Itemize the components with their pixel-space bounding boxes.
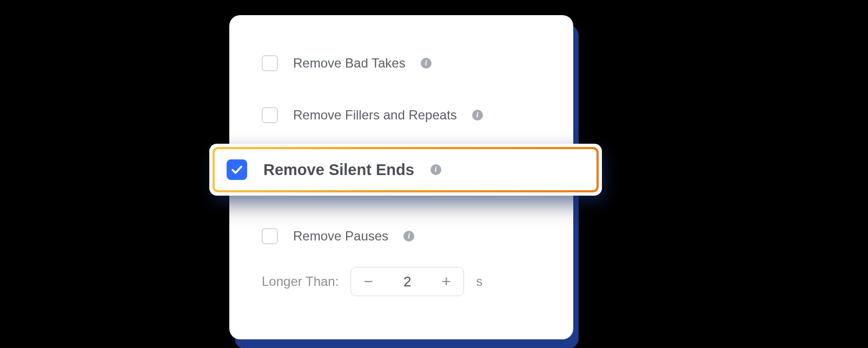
stage: Remove Bad Takes i Remove Fillers and Re… xyxy=(0,0,868,348)
option-label: Remove Fillers and Repeats xyxy=(293,108,457,123)
stepper-increment[interactable]: + xyxy=(429,267,463,296)
longer-than-row: Longer Than: − 2 + s xyxy=(229,267,573,296)
option-label: Remove Bad Takes xyxy=(293,56,406,71)
check-icon xyxy=(230,163,243,176)
option-remove-silent-ends-highlight: Remove Silent Ends i xyxy=(209,144,602,196)
info-icon[interactable]: i xyxy=(430,164,441,175)
stepper-label: Longer Than: xyxy=(262,274,339,289)
checkbox-bad-takes[interactable] xyxy=(262,55,278,71)
info-icon[interactable]: i xyxy=(403,231,414,242)
stepper-decrement[interactable]: − xyxy=(351,267,386,296)
checkbox-pauses[interactable] xyxy=(262,228,278,244)
stepper-unit: s xyxy=(476,274,482,289)
info-icon[interactable]: i xyxy=(472,110,483,121)
checkbox-silent-ends[interactable] xyxy=(227,159,247,180)
option-label: Remove Pauses xyxy=(293,229,388,244)
option-remove-pauses[interactable]: Remove Pauses i xyxy=(229,228,573,244)
option-remove-fillers[interactable]: Remove Fillers and Repeats i xyxy=(229,102,573,129)
checkbox-fillers[interactable] xyxy=(262,107,278,123)
option-label: Remove Silent Ends xyxy=(263,161,414,179)
option-remove-bad-takes[interactable]: Remove Bad Takes i xyxy=(229,50,573,77)
info-icon[interactable]: i xyxy=(421,58,432,69)
highlight-border: Remove Silent Ends i xyxy=(213,147,599,192)
option-remove-silent-ends[interactable]: Remove Silent Ends i xyxy=(215,149,597,190)
stepper-value[interactable]: 2 xyxy=(386,273,429,290)
duration-stepper: − 2 + xyxy=(350,267,464,296)
